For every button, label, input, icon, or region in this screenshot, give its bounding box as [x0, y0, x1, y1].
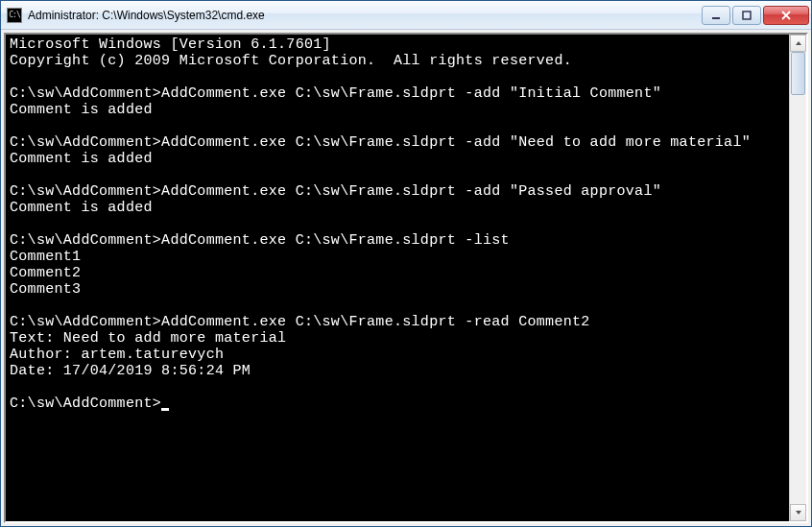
chevron-up-icon — [795, 39, 802, 47]
maximize-button[interactable] — [732, 6, 761, 25]
svg-rect-1 — [743, 12, 751, 19]
svg-rect-0 — [712, 17, 720, 19]
close-icon — [780, 11, 792, 20]
minimize-icon — [711, 11, 721, 20]
chevron-down-icon — [795, 509, 802, 516]
window-title: Administrator: C:\Windows\System32\cmd.e… — [28, 9, 702, 22]
window-controls — [702, 6, 809, 25]
scrollbar — [789, 35, 806, 521]
terminal-output[interactable]: Microsoft Windows [Version 6.1.7601] Cop… — [6, 35, 789, 521]
cmd-window: C:\ Administrator: C:\Windows\System32\c… — [0, 0, 812, 527]
scroll-thumb[interactable] — [791, 52, 805, 95]
scroll-up-button[interactable] — [790, 35, 806, 52]
close-button[interactable] — [763, 6, 809, 25]
minimize-button[interactable] — [702, 6, 730, 25]
terminal-wrap: Microsoft Windows [Version 6.1.7601] Cop… — [4, 33, 808, 523]
content-area: Microsoft Windows [Version 6.1.7601] Cop… — [1, 30, 811, 526]
scroll-down-button[interactable] — [790, 504, 806, 521]
scroll-track[interactable] — [790, 52, 806, 504]
cursor — [161, 408, 169, 411]
titlebar[interactable]: C:\ Administrator: C:\Windows\System32\c… — [1, 1, 811, 30]
cmd-icon: C:\ — [7, 8, 22, 23]
cmd-icon-label: C:\ — [9, 12, 19, 19]
maximize-icon — [742, 11, 752, 20]
current-prompt[interactable]: C:\sw\AddComment> — [10, 395, 161, 412]
